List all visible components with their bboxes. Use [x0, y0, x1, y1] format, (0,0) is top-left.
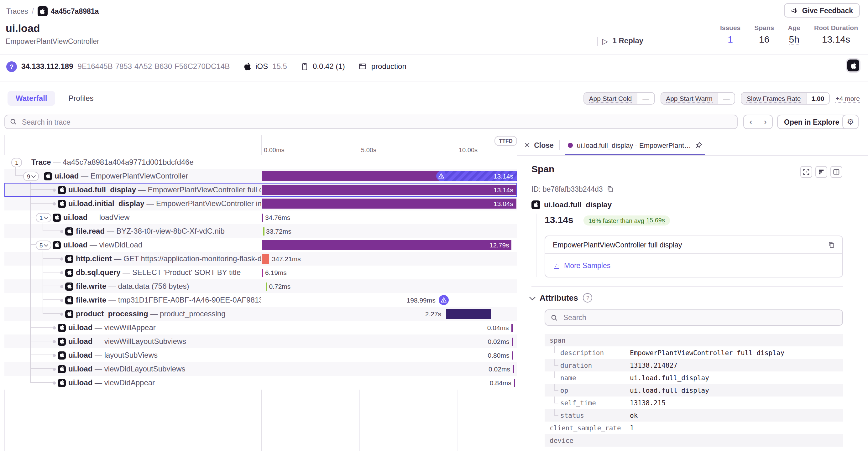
duration-label: 2.27s	[397, 309, 441, 319]
span-tick[interactable]	[512, 351, 513, 359]
pin-icon[interactable]	[695, 141, 702, 149]
megaphone-icon	[791, 7, 799, 14]
span-row-label: ui.load — viewWillLayoutSubviews	[68, 336, 261, 346]
play-icon: ▷	[602, 37, 608, 46]
attributes-search-input[interactable]	[562, 313, 837, 322]
span-description-card: EmpowerPlantViewController full display …	[545, 235, 843, 278]
panel-resize-handle[interactable]	[518, 135, 518, 451]
release-icon	[301, 62, 308, 70]
expand-collapse-pill[interactable]: 9	[23, 171, 39, 181]
attributes-table: spandescriptionEmpowerPlantViewControlle…	[545, 334, 843, 447]
breadcrumb-trace-id: 4a45c7a8981a	[38, 6, 99, 16]
span-row-label: ui.load — layoutSubViews	[68, 350, 261, 360]
next-result-button[interactable]: ›	[758, 115, 772, 128]
panel-icon-buttons	[800, 166, 842, 178]
attribute-key: device	[550, 437, 574, 444]
attributes-header[interactable]: Attributes ?	[530, 293, 593, 302]
expand-collapse-pill[interactable]: 1	[11, 158, 22, 167]
help-icon[interactable]: ?	[583, 293, 593, 302]
attribute-row[interactable]: statusok	[545, 409, 843, 422]
open-in-explore-button[interactable]: Open in Explore	[777, 115, 846, 129]
stat-spans: Spans 16	[754, 24, 774, 44]
span-tick[interactable]	[262, 268, 263, 277]
tree-connector	[554, 396, 558, 404]
ttfd-badge[interactable]: TTFD	[494, 136, 517, 146]
span-tick[interactable]	[262, 213, 263, 221]
tab-profiles[interactable]: Profiles	[60, 91, 101, 106]
device-id: 9E16445B-7853-4A52-B630-F56C270DC14B	[78, 62, 230, 71]
span-tick[interactable]	[512, 324, 513, 332]
user-avatar[interactable]: ?	[6, 61, 17, 72]
warning-icon[interactable]	[439, 295, 449, 305]
page-title: ui.load	[6, 23, 40, 35]
breadcrumb-traces-link[interactable]: Traces	[6, 7, 28, 15]
measurement-app-start-warm[interactable]: App Start Warm —	[660, 92, 736, 105]
more-measurements-link[interactable]: +4 more	[835, 95, 860, 102]
ruler-tick-2: 10.00s	[459, 147, 477, 154]
attribute-row[interactable]: client_sample_rate1	[545, 422, 843, 434]
attribute-group-row[interactable]: device	[545, 434, 843, 447]
span-id-row: ID: be78fafb33b244d3	[531, 185, 614, 193]
copy-icon[interactable]	[828, 241, 835, 248]
warning-icon[interactable]	[436, 171, 446, 181]
trace-search-bar	[4, 115, 738, 129]
issues-count-link[interactable]: 1	[720, 34, 741, 44]
close-icon[interactable]: ✕	[524, 141, 530, 150]
measurements-bar: App Start Cold — App Start Warm — Slow F…	[584, 92, 860, 105]
measurement-slow-frames-rate[interactable]: Slow Frames Rate 1.00	[741, 92, 830, 105]
tree-connector	[554, 346, 558, 353]
panel-span-tab[interactable]: ui.load.full_display - EmpowerPlant…	[566, 135, 705, 155]
span-tick[interactable]	[266, 282, 267, 290]
os-version: 15.5	[272, 62, 287, 71]
duration-label: 12.79s	[473, 240, 509, 250]
more-samples-link[interactable]: More Samples	[553, 261, 611, 269]
prev-result-button[interactable]: ‹	[744, 115, 758, 128]
panel-close-button[interactable]: Close	[534, 141, 554, 149]
search-icon	[10, 118, 17, 125]
zoom-to-span-button[interactable]	[800, 166, 812, 178]
span-row-label: ui.load — EmpowerPlantViewController	[55, 171, 261, 181]
settings-gear-button[interactable]: ⚙	[842, 115, 859, 129]
attribute-row[interactable]: duration13138.214827	[545, 359, 843, 372]
attribute-key: description	[560, 349, 604, 356]
user-ip: 34.133.112.189	[21, 62, 73, 71]
copy-icon[interactable]	[607, 185, 614, 193]
span-bar[interactable]	[262, 254, 269, 264]
tree-connector	[554, 384, 558, 391]
duration-label: 347.21ms	[272, 254, 322, 264]
replay-link[interactable]: ▷ 1 Replay	[597, 36, 643, 46]
span-tick[interactable]	[514, 379, 515, 387]
span-bar[interactable]	[446, 309, 490, 319]
divider	[531, 286, 843, 287]
waterfall-rows: 1Trace — 4a45c7a8981a404a9771d001bdcfd46…	[4, 155, 517, 451]
attribute-row[interactable]: opui.load.full_display	[545, 384, 843, 396]
attribute-key: span	[550, 336, 566, 344]
profile-view-button[interactable]	[815, 166, 827, 178]
span-row-label: ui.load.full_display — EmpowerPlantViewC…	[68, 185, 261, 195]
span-bar[interactable]	[262, 171, 441, 181]
span-tick[interactable]	[263, 227, 264, 235]
expand-collapse-pill[interactable]: 1	[36, 213, 52, 222]
attribute-row[interactable]: nameui.load.full_display	[545, 372, 843, 384]
attribute-value: 1	[630, 424, 634, 431]
panel-section-title: Span	[531, 163, 554, 174]
attribute-key: duration	[560, 361, 592, 369]
attribute-group-row[interactable]: span	[545, 334, 843, 346]
attribute-row[interactable]: descriptionEmpowerPlantViewController fu…	[545, 346, 843, 359]
apple-icon	[38, 6, 48, 16]
span-row-label: Trace — 4a45c7a8981a404a9771d001bdcfd46e	[31, 157, 261, 167]
span-tick[interactable]	[513, 365, 514, 373]
split-panel-button[interactable]	[830, 166, 842, 178]
search-input[interactable]	[21, 118, 732, 126]
attribute-key: client_sample_rate	[550, 424, 621, 431]
duration-label: 0.72ms	[269, 281, 319, 291]
attribute-row[interactable]: self_time13138.215	[545, 396, 843, 409]
tree-connector	[554, 409, 558, 416]
project-apple-icon[interactable]	[847, 60, 859, 71]
give-feedback-button[interactable]: Give Feedback	[784, 3, 860, 18]
expand-collapse-pill[interactable]: 5	[36, 240, 52, 250]
measurement-app-start-cold[interactable]: App Start Cold —	[584, 92, 655, 105]
span-op-row: ui.load.full_display	[531, 200, 612, 209]
tab-waterfall[interactable]: Waterfall	[7, 91, 55, 106]
span-tick[interactable]	[512, 337, 513, 346]
